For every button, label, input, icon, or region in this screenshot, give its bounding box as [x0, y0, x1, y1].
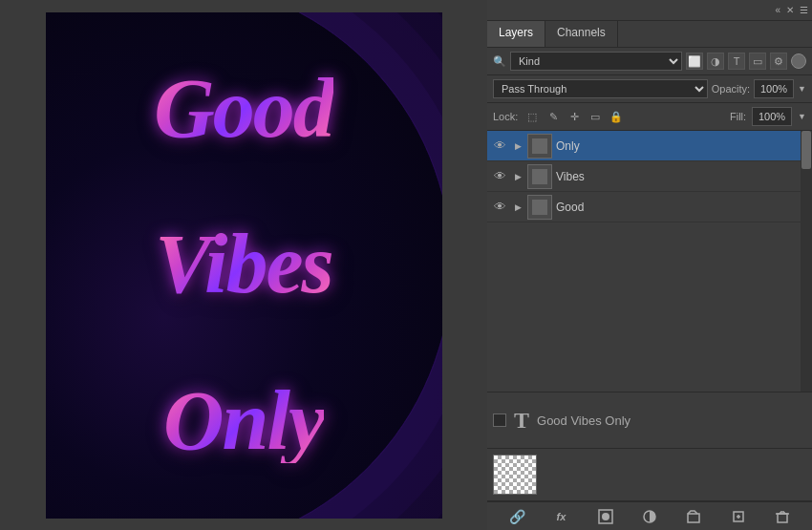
filter-smart-icon[interactable]: ⚙	[770, 53, 787, 70]
filter-select[interactable]: Kind	[510, 52, 682, 71]
fill-label: Fill:	[730, 111, 746, 122]
svg-rect-5	[532, 200, 547, 215]
layer-expand-good[interactable]: ▶	[512, 201, 524, 213]
close-panel-icon[interactable]: ✕	[786, 5, 794, 15]
add-mask-button[interactable]	[595, 506, 616, 527]
layer-name-good: Good	[556, 201, 808, 214]
layer-expand-vibes[interactable]: ▶	[512, 171, 524, 182]
layer-item-only[interactable]: 👁 ▶ Only	[487, 131, 812, 161]
layers-scrollbar[interactable]	[801, 131, 812, 392]
fill-dropdown-icon[interactable]: ▼	[798, 112, 806, 121]
svg-rect-3	[532, 169, 547, 184]
svg-point-7	[602, 513, 609, 520]
fx-button[interactable]: fx	[550, 506, 571, 527]
svg-rect-9	[688, 514, 699, 522]
filter-row: 🔍 Kind ⬜ ◑ T ▭ ⚙	[487, 48, 812, 75]
filter-icons: ⬜ ◑ T ▭ ⚙	[686, 53, 787, 70]
delete-layer-button[interactable]	[772, 506, 793, 527]
text-canvas: Good Vibes Only	[46, 12, 442, 519]
link-layers-button[interactable]: 🔗	[506, 506, 527, 527]
preview-checkbox[interactable]	[493, 413, 506, 427]
adjustment-layer-button[interactable]	[639, 506, 660, 527]
filter-image-icon[interactable]: ⬜	[686, 53, 703, 70]
new-layer-button[interactable]	[728, 506, 749, 527]
search-icon: 🔍	[493, 55, 506, 68]
layers-tabs: Layers Channels	[487, 21, 812, 48]
layer-visibility-good[interactable]: 👁	[491, 199, 508, 216]
layer-name-vibes: Vibes	[556, 170, 808, 183]
scroll-handle[interactable]	[801, 131, 811, 169]
layer-visibility-vibes[interactable]: 👁	[491, 168, 508, 185]
lock-transparent-icon[interactable]: ⬚	[524, 108, 541, 125]
layers-list: 👁 ▶ Only 👁 ▶ Vibes 👁	[487, 131, 812, 392]
svg-rect-13	[778, 514, 787, 522]
blend-mode-select[interactable]: Pass Through Normal Multiply Screen	[493, 79, 708, 98]
lock-row: Lock: ⬚ ✎ ✛ ▭ 🔒 Fill: ▼	[487, 103, 812, 131]
lock-artboard-icon[interactable]: ▭	[587, 108, 604, 125]
layer-name-only: Only	[556, 139, 808, 153]
layer-item-good[interactable]: 👁 ▶ Good	[487, 192, 812, 223]
layer-preview-row: T Good Vibes Only	[487, 392, 812, 449]
fill-input[interactable]	[752, 107, 792, 126]
blend-opacity-row: Pass Through Normal Multiply Screen Opac…	[487, 75, 812, 103]
filter-toggle-icon[interactable]	[791, 53, 806, 69]
opacity-label: Opacity:	[712, 83, 750, 95]
collapse-panel-icon[interactable]: «	[775, 5, 780, 15]
lock-image-icon[interactable]: ✎	[545, 108, 562, 125]
layer-item-vibes[interactable]: 👁 ▶ Vibes	[487, 161, 812, 192]
good-text: Good	[154, 67, 333, 151]
layer-thumb-only	[527, 134, 552, 159]
canvas-area: Good Vibes Only	[0, 0, 487, 530]
opacity-input[interactable]	[754, 79, 794, 98]
layer-thumb-row	[487, 449, 812, 501]
tab-channels[interactable]: Channels	[545, 21, 618, 47]
layer-expand-only[interactable]: ▶	[512, 140, 524, 152]
filter-adjustment-icon[interactable]: ◑	[707, 53, 724, 70]
lock-all-icon[interactable]: 🔒	[608, 108, 625, 125]
layer-thumb-good	[527, 195, 552, 220]
lock-icons: ⬚ ✎ ✛ ▭ 🔒	[524, 108, 625, 125]
lock-position-icon[interactable]: ✛	[566, 108, 583, 125]
opacity-dropdown-icon[interactable]: ▼	[798, 84, 806, 94]
bottom-toolbar: 🔗 fx	[487, 501, 812, 530]
layer-thumbnail	[493, 455, 537, 495]
filter-type-icon[interactable]: T	[728, 53, 745, 70]
preview-layer-name: Good Vibes Only	[537, 413, 630, 428]
panel-topbar: « ✕ ☰	[487, 0, 812, 21]
only-text: Only	[163, 379, 324, 463]
canvas-wrapper: Good Vibes Only	[46, 12, 442, 519]
layer-thumb-vibes	[527, 164, 552, 189]
panel-menu-icon[interactable]: ☰	[800, 5, 808, 15]
layer-visibility-only[interactable]: 👁	[491, 138, 508, 155]
filter-shape-icon[interactable]: ▭	[749, 53, 766, 70]
tab-layers[interactable]: Layers	[487, 21, 545, 47]
preview-type-icon: T	[514, 408, 529, 434]
group-layers-button[interactable]	[683, 506, 704, 527]
layers-panel: « ✕ ☰ Layers Channels 🔍 Kind ⬜ ◑ T ▭ ⚙ P…	[487, 0, 812, 530]
svg-rect-1	[532, 138, 547, 154]
lock-label: Lock:	[493, 111, 518, 122]
vibes-text: Vibes	[155, 223, 332, 307]
